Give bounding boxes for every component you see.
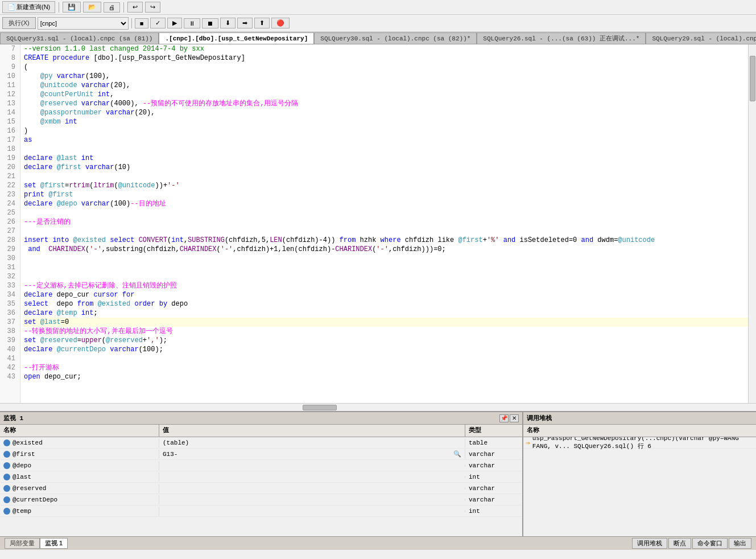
watch-cell-value-5[interactable] (159, 499, 465, 501)
watch-cell-value-0[interactable]: (table) (159, 438, 465, 447)
command-window-btn[interactable]: 命令窗口 (692, 538, 728, 549)
code-line-17[interactable]: as (24, 135, 756, 145)
v-scroll-thumb[interactable] (750, 56, 755, 101)
code-content[interactable]: --version 1.1.0 last changed 2014-7-4 by… (20, 44, 756, 403)
watch-col-name: 名称 (0, 425, 159, 437)
code-line-28[interactable]: insert into @existed select CONVERT(int,… (24, 236, 756, 245)
code-text-20: declare @first varchar(10) (24, 163, 130, 172)
watch-row-0[interactable]: @existed(table)table (0, 437, 522, 449)
open-button[interactable]: 📂 (83, 2, 101, 13)
code-line-39[interactable]: set @reserved=upper(@reserved+','); (24, 336, 756, 345)
watch-row-4[interactable]: @reservedvarchar (0, 483, 522, 494)
watch-cell-value-3[interactable] (159, 476, 465, 478)
code-line-29[interactable]: and CHARINDEX('-',substring(chfdizh,CHAR… (24, 245, 756, 254)
line-number-33: 33 (0, 281, 18, 290)
watch-row-1[interactable]: @firstG13-🔍varchar (0, 449, 522, 460)
line-number-41: 41 (0, 354, 18, 363)
code-text-15: @xmbm int (24, 117, 77, 126)
breakpoints-btn[interactable]: 断点 (668, 538, 691, 549)
tab-sqlquery29[interactable]: SQLQuery29.sql - (local).cnpc (sa (80))* (646, 32, 756, 44)
code-line-32[interactable] (24, 272, 756, 281)
code-line-20[interactable]: declare @first varchar(10) (24, 163, 756, 172)
tab-sqlquery31[interactable]: SQLQuery31.sql - (local).cnpc (sa (81)) (0, 32, 159, 44)
watch-row-2[interactable]: @depovarchar (0, 460, 522, 471)
code-line-36[interactable]: declare @temp int; (24, 309, 756, 318)
separator2 (123, 2, 124, 13)
h-scroll-thumb[interactable] (303, 405, 337, 410)
watch1-tab[interactable]: 监视 1 (40, 538, 68, 549)
watch-cell-value-2[interactable] (159, 465, 465, 467)
code-line-38[interactable]: --转换预留的地址的大小写,并在最后加一个逗号 (24, 327, 756, 336)
code-line-15[interactable]: @xmbm int (24, 117, 756, 126)
watch-row-5[interactable]: @currentDepovarchar (0, 494, 522, 505)
stop-debug-button[interactable]: ■ (135, 18, 149, 28)
code-line-8[interactable]: CREATE procedure [dbo].[usp_Passport_Get… (24, 54, 756, 63)
code-line-7[interactable]: --version 1.1.0 last changed 2014-7-4 by… (24, 44, 756, 54)
code-line-9[interactable]: ( (24, 63, 756, 72)
code-line-21[interactable] (24, 172, 756, 181)
step-into-button[interactable]: ⬇ (220, 18, 236, 28)
watch-row-6[interactable]: @tempint (0, 505, 522, 517)
debug-run-button[interactable]: ▶ (167, 18, 182, 28)
code-line-40[interactable]: declare @currentDepo varchar(100); (24, 345, 756, 354)
code-line-24[interactable]: declare @depo varchar(100)--目的地址 (24, 199, 756, 208)
code-line-42[interactable]: --打开游标 (24, 363, 756, 372)
print-button[interactable]: 🖨 (104, 2, 120, 13)
local-vars-tab[interactable]: 局部变量 (5, 538, 40, 549)
debug-pause-button[interactable]: ⏸ (184, 18, 200, 28)
callstack-btn[interactable]: 调用堆栈 (632, 538, 667, 549)
code-text-8: CREATE procedure [dbo].[usp_Passport_Get… (24, 54, 245, 63)
output-btn[interactable]: 输出 (729, 538, 751, 549)
code-line-26[interactable]: ---是否注销的 (24, 217, 756, 227)
code-line-19[interactable]: declare @last int (24, 154, 756, 163)
code-line-34[interactable]: declare depo_cur cursor for (24, 290, 756, 299)
tab-sqlquery30[interactable]: SQLQuery30.sql - (local).cnpc (sa (82))* (314, 32, 477, 44)
execute-button[interactable]: 执行(X) (2, 17, 36, 29)
code-line-35[interactable]: select depo from @existed order by depo (24, 299, 756, 309)
tab-usp-getdepositary[interactable]: .[cnpc].[dbo].[usp_t_GetNewDepositary] (159, 32, 314, 44)
parse-button[interactable]: ✓ (150, 18, 166, 28)
value-search-icon[interactable]: 🔍 (453, 450, 461, 458)
code-line-14[interactable]: @passportnumber varchar(20), (24, 108, 756, 117)
vertical-scrollbar[interactable] (748, 44, 756, 403)
undo-button[interactable]: ↩ (127, 2, 143, 13)
database-dropdown[interactable]: [cnpc] (38, 17, 129, 30)
code-line-12[interactable]: @countPerUnit int, (24, 90, 756, 99)
watch-cell-value-6[interactable] (159, 510, 465, 512)
redo-button[interactable]: ↪ (145, 2, 160, 13)
code-line-37[interactable]: ⇒set @last=0 (24, 318, 756, 327)
horizontal-scrollbar[interactable] (0, 403, 756, 411)
watch-pin-button[interactable]: 📌 (499, 414, 509, 422)
code-line-11[interactable]: @unitcode varchar(20), (24, 81, 756, 90)
code-line-23[interactable]: print @first (24, 190, 756, 199)
code-line-31[interactable] (24, 263, 756, 272)
callstack-row-0[interactable]: ⇒usp_Passport_GetNewDepositary(...cnpc)(… (523, 437, 756, 449)
code-line-43[interactable]: open depo_cur; (24, 372, 756, 381)
code-line-25[interactable] (24, 208, 756, 217)
step-out-button[interactable]: ⬆ (254, 18, 270, 28)
new-query-button[interactable]: 📄 新建查询(N) (2, 1, 55, 13)
code-line-10[interactable]: @py varchar(100), (24, 72, 756, 81)
watch-close-button[interactable]: ✕ (510, 414, 519, 422)
step-over-button[interactable]: ➡ (237, 18, 253, 28)
watch-cell-value-1[interactable]: G13-🔍 (159, 449, 465, 459)
watch-cell-value-4[interactable] (159, 487, 465, 490)
line-number-43: 43 (0, 372, 18, 381)
code-line-16[interactable]: ) (24, 126, 756, 135)
code-line-30[interactable] (24, 254, 756, 263)
code-line-18[interactable] (24, 145, 756, 154)
debug-stop-button[interactable]: ⏹ (202, 18, 218, 28)
code-line-41[interactable] (24, 354, 756, 363)
line-number-21: 21 (0, 172, 18, 181)
code-text-9: ( (24, 63, 28, 72)
code-text-16: ) (24, 126, 28, 135)
code-line-33[interactable]: ---定义游标,去掉已标记删除、注销且销毁的护照 (24, 281, 756, 290)
code-line-22[interactable]: set @first=rtrim(ltrim(@unitcode))+'-' (24, 181, 756, 190)
save-button[interactable]: 💾 (63, 2, 81, 13)
breakpoint-button[interactable]: 🔴 (271, 18, 290, 28)
code-line-27[interactable] (24, 227, 756, 236)
code-line-13[interactable]: @reserved varchar(4000), --预留的不可使用的存放地址串… (24, 99, 756, 108)
watch-row-3[interactable]: @lastint (0, 471, 522, 483)
tab-sqlquery26[interactable]: SQLQuery26.sql - (...(sa (63)) 正在调试...* (477, 32, 646, 44)
line-numbers: 7891011121314151617181920212223242526272… (0, 44, 20, 403)
